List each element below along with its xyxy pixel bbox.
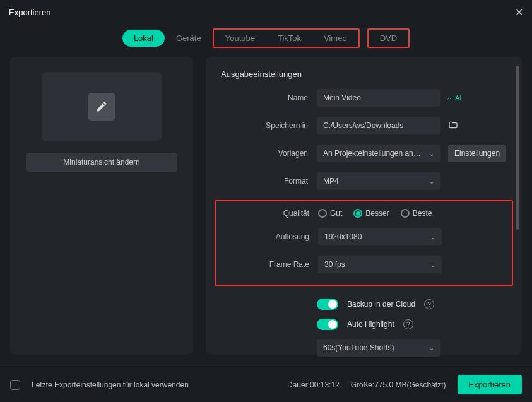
quality-better-radio[interactable]: Besser xyxy=(353,209,389,218)
quality-best-label: Beste xyxy=(413,209,432,218)
backup-label: Backup in der Cloud xyxy=(347,300,415,309)
duration-info: Dauer:00:13:12 xyxy=(287,381,340,389)
framerate-label: Frame Rate xyxy=(222,260,318,269)
edit-icon[interactable] xyxy=(88,93,115,121)
name-input[interactable] xyxy=(317,89,440,107)
size-info: Größe:775.0 MB(Geschätzt) xyxy=(351,381,446,389)
chevron-down-icon: ⌄ xyxy=(430,234,435,240)
resolution-select[interactable]: 1920x1080 ⌄ xyxy=(318,228,442,245)
export-tabs: Lokal Geräte Youtube TikTok Vimeo DVD xyxy=(0,28,532,48)
ai-badge-text: AI xyxy=(455,94,461,102)
chevron-down-icon: ⌄ xyxy=(429,178,434,185)
framerate-select[interactable]: 30 fps ⌄ xyxy=(318,256,442,273)
footer: Letzte Exporteinstellungen für lokal ver… xyxy=(0,367,532,402)
tab-youtube[interactable]: Youtube xyxy=(214,30,266,47)
save-label: Speichern in xyxy=(221,121,317,130)
templates-select[interactable]: An Projekteinstellungen anpassen ⌄ xyxy=(317,145,440,162)
chevron-down-icon: ⌄ xyxy=(430,261,435,268)
quality-label: Qualität xyxy=(222,209,318,218)
help-icon[interactable]: ? xyxy=(403,319,413,329)
reuse-settings-label: Letzte Exporteinstellungen für lokal ver… xyxy=(32,381,189,389)
left-panel: Miniaturansicht ändern xyxy=(10,57,193,355)
scrollbar[interactable] xyxy=(516,66,519,230)
shorts-select[interactable]: 60s(YouTube Shorts) ⌄ xyxy=(317,339,440,357)
tab-dvd[interactable]: DVD xyxy=(369,30,408,47)
quality-best-radio[interactable]: Beste xyxy=(401,209,432,218)
framerate-value: 30 fps xyxy=(324,260,345,269)
thumbnail-preview xyxy=(42,72,162,141)
chevron-down-icon: ⌄ xyxy=(429,345,434,352)
format-select[interactable]: MP4 ⌄ xyxy=(317,172,440,190)
quality-good-label: Gut xyxy=(330,209,342,218)
highlighted-region: Qualität Gut Besser Beste Auflösung 1920… xyxy=(215,200,513,286)
folder-icon[interactable] xyxy=(448,120,458,132)
tab-vimeo[interactable]: Vimeo xyxy=(312,30,358,47)
save-path-input[interactable] xyxy=(317,117,440,134)
quality-good-radio[interactable]: Gut xyxy=(318,209,342,218)
resolution-value: 1920x1080 xyxy=(324,232,362,241)
tab-tiktok[interactable]: TikTok xyxy=(266,30,312,47)
right-panel: Ausgabeeinstellungen Name AI Speichern i… xyxy=(206,57,522,355)
export-button[interactable]: Exportieren xyxy=(458,375,522,394)
window-title: Exportieren xyxy=(9,8,50,17)
tab-lokal[interactable]: Lokal xyxy=(122,30,165,47)
name-label: Name xyxy=(221,93,317,102)
templates-value: An Projekteinstellungen anpassen xyxy=(323,149,424,158)
settings-button[interactable]: Einstellungen xyxy=(448,145,506,162)
shorts-value: 60s(YouTube Shorts) xyxy=(323,343,394,352)
tab-geraete[interactable]: Geräte xyxy=(165,30,213,47)
highlight-toggle[interactable] xyxy=(317,319,338,330)
change-thumbnail-button[interactable]: Miniaturansicht ändern xyxy=(26,153,177,172)
ai-badge[interactable]: AI xyxy=(447,94,461,102)
backup-toggle[interactable] xyxy=(317,299,338,310)
reuse-settings-checkbox[interactable] xyxy=(10,380,20,390)
templates-label: Vorlagen xyxy=(221,149,317,158)
highlight-label: Auto Highlight xyxy=(347,320,394,329)
close-icon[interactable]: ✕ xyxy=(515,6,523,18)
resolution-label: Auflösung xyxy=(222,232,318,241)
quality-better-label: Besser xyxy=(365,209,389,218)
format-value: MP4 xyxy=(323,177,339,186)
format-label: Format xyxy=(221,177,317,186)
chevron-down-icon: ⌄ xyxy=(429,150,434,157)
help-icon[interactable]: ? xyxy=(424,299,434,309)
output-settings-title: Ausgabeeinstellungen xyxy=(221,69,507,79)
